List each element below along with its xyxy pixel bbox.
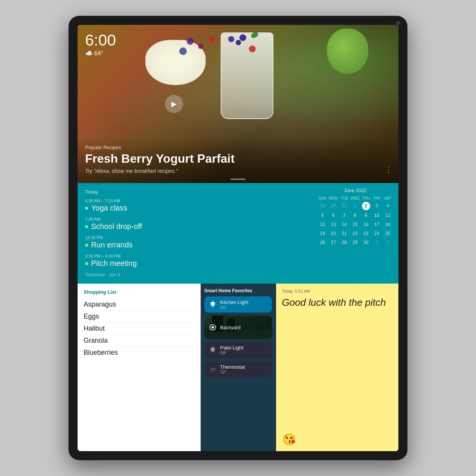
shopping-item-granola[interactable]: Granola <box>84 335 194 347</box>
backyard-info: Backyard <box>220 325 241 330</box>
event-time-school: 7:45 AM <box>85 217 304 221</box>
event-time-yoga: 6:30 AM – 7:15 AM <box>85 198 304 203</box>
device-thermostat[interactable]: 72° Thermostat 72° <box>204 361 272 377</box>
shopping-item-halibut[interactable]: Halibut <box>84 323 194 335</box>
event-dot <box>85 207 88 210</box>
event-pitch[interactable]: 3:30 PM – 4:30 PM Pitch meeting <box>85 254 304 268</box>
screen: 6:00 ☁️ 64° ▶ Popular Recipes Fresh Berr… <box>78 25 398 451</box>
event-dot <box>85 244 88 247</box>
event-errands[interactable]: 12:30 PM Run errands <box>85 235 304 249</box>
weather-display: ☁️ 64° <box>85 50 116 57</box>
smarthome-widget: Smart Home Favorites Kitchen Light On <box>201 284 276 451</box>
today-label: Today <box>85 189 304 195</box>
calendar-widget[interactable]: June 2022 SUNMONTUEWEDTHUFRISAT 29303112… <box>312 183 398 284</box>
device-kitchen-light[interactable]: Kitchen Light On <box>204 296 272 313</box>
recipe-category-label: Popular Recipes <box>85 145 391 150</box>
patio-light-status: Off <box>220 351 243 355</box>
more-options-button[interactable]: ⋮ <box>385 165 392 174</box>
event-school[interactable]: 7:45 AM School drop-off <box>85 217 304 231</box>
schedule-section: Today 6:30 AM – 7:15 AM Yoga class 7:45 … <box>78 183 398 284</box>
device-backyard[interactable]: Backyard <box>204 316 272 339</box>
widgets-row: Shopping List Asparagus Eggs Halibut Gra… <box>78 284 398 451</box>
thermostat-name: Thermostat <box>220 364 245 370</box>
event-title-school: School drop-off <box>85 222 304 231</box>
backyard-overlay: Backyard <box>204 316 272 339</box>
kitchen-light-status: On <box>220 305 249 310</box>
kitchen-light-name: Kitchen Light <box>220 299 249 305</box>
event-time-errands: 12:30 PM <box>85 235 304 240</box>
shopping-item-asparagus[interactable]: Asparagus <box>84 299 194 311</box>
scroll-indicator <box>230 178 246 180</box>
schedule-list: Today 6:30 AM – 7:15 AM Yoga class 7:45 … <box>78 183 312 284</box>
svg-text:72°: 72° <box>209 367 216 372</box>
recipe-title: Fresh Berry Yogurt Parfait <box>85 152 391 166</box>
thermostat-info: Thermostat 72° <box>220 364 245 374</box>
patio-light-info: Patio Light Off <box>220 345 243 355</box>
shopping-list-widget[interactable]: Shopping List Asparagus Eggs Halibut Gra… <box>78 284 201 451</box>
event-yoga[interactable]: 6:30 AM – 7:15 AM Yoga class <box>85 198 304 212</box>
weather-icon: ☁️ <box>85 50 93 57</box>
sticky-note-widget[interactable]: Today, 5:51 AM Good luck with the pitch … <box>276 284 399 451</box>
event-title-yoga: Yoga class <box>85 204 304 212</box>
food-bowl-decoration <box>145 40 206 85</box>
event-title-errands: Run errands <box>85 241 304 249</box>
event-dot <box>85 262 88 265</box>
tomorrow-label: Tomorrow · Jun 3 <box>85 272 304 278</box>
food-apple-decoration <box>327 29 368 74</box>
calendar-day-headers: SUNMONTUEWEDTHUFRISAT <box>317 196 393 200</box>
thermostat-status: 72° <box>220 370 245 374</box>
event-dot <box>85 225 88 228</box>
bulb-icon <box>208 300 217 309</box>
kitchen-light-info: Kitchen Light On <box>220 299 249 310</box>
calendar-grid: 2930311234 567891011 12131415161718 1920… <box>317 202 393 246</box>
event-time-pitch: 3:30 PM – 4:30 PM <box>85 254 304 258</box>
clock-display: 6:00 <box>85 32 116 48</box>
backyard-name: Backyard <box>220 325 241 330</box>
device-patio-light[interactable]: Patio Light Off <box>204 342 272 358</box>
patio-light-name: Patio Light <box>220 345 243 351</box>
thermostat-icon: 72° <box>208 365 217 374</box>
camera-dot <box>396 21 400 25</box>
device-frame: 6:00 ☁️ 64° ▶ Popular Recipes Fresh Berr… <box>69 16 407 460</box>
temperature-display: 64° <box>94 50 103 57</box>
hero-overlay: Popular Recipes Fresh Berry Yogurt Parfa… <box>78 139 398 183</box>
calendar-month-year: June 2022 <box>317 188 393 193</box>
hero-section[interactable]: 6:00 ☁️ 64° ▶ Popular Recipes Fresh Berr… <box>78 25 398 183</box>
hero-time-block: 6:00 ☁️ 64° <box>85 32 116 57</box>
shopping-item-eggs[interactable]: Eggs <box>84 311 194 323</box>
shopping-item-blueberries[interactable]: Blueberries <box>84 347 194 359</box>
smarthome-title: Smart Home Favorites <box>204 288 272 293</box>
note-text: Good luck with the pitch <box>282 296 393 430</box>
patio-bulb-icon <box>208 346 217 355</box>
note-timestamp: Today, 5:51 AM <box>282 289 393 293</box>
note-emoji: 😘 <box>282 433 393 446</box>
shopping-list-title: Shopping List <box>84 289 194 295</box>
camera-icon <box>208 323 217 332</box>
svg-point-0 <box>211 326 214 329</box>
food-glass-decoration <box>221 32 273 119</box>
event-title-pitch: Pitch meeting <box>85 259 304 268</box>
play-button[interactable]: ▶ <box>165 95 183 113</box>
recipe-hint: Try "Alexa, show me breakfast recipes." <box>85 168 391 174</box>
